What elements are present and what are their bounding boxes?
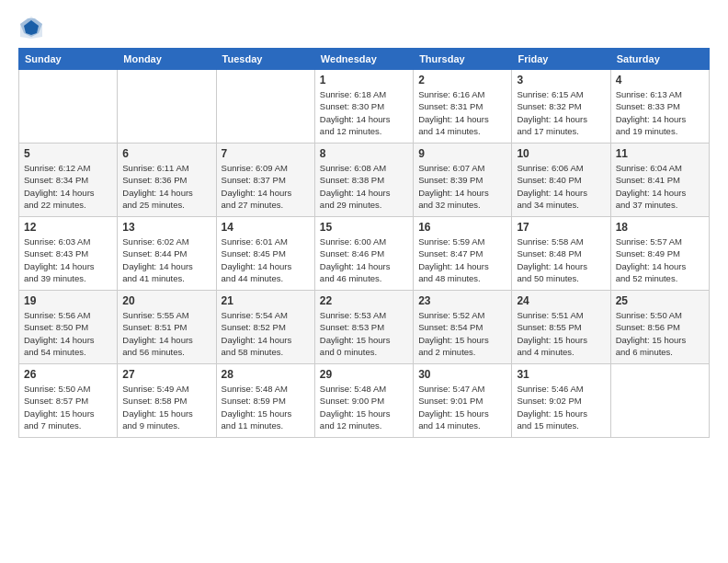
day-info: and 12 minutes.	[320, 419, 408, 431]
calendar-cell: 19Sunrise: 5:56 AMSunset: 8:50 PMDayligh…	[19, 291, 118, 364]
day-info: and 22 minutes.	[24, 199, 112, 211]
day-info: Sunset: 8:40 PM	[517, 174, 605, 186]
day-info: Sunset: 8:55 PM	[517, 321, 605, 333]
day-info: Sunset: 8:50 PM	[24, 321, 112, 333]
day-info: Sunset: 8:58 PM	[122, 395, 210, 407]
calendar-cell: 27Sunrise: 5:49 AMSunset: 8:58 PMDayligh…	[118, 364, 216, 438]
day-info: and 32 minutes.	[418, 199, 506, 211]
day-info: and 34 minutes.	[517, 199, 605, 211]
header-saturday: Saturday	[610, 49, 709, 70]
day-info: Sunset: 9:00 PM	[320, 395, 408, 407]
day-info: Sunrise: 6:15 AM	[517, 88, 605, 100]
day-info: Sunset: 9:02 PM	[517, 395, 605, 407]
calendar-cell: 8Sunrise: 6:08 AMSunset: 8:38 PMDaylight…	[314, 144, 413, 217]
day-info: Sunrise: 6:08 AM	[320, 162, 408, 174]
calendar-cell: 17Sunrise: 5:58 AMSunset: 8:48 PMDayligh…	[512, 217, 610, 291]
day-info: Daylight: 14 hours	[517, 113, 605, 125]
header-wednesday: Wednesday	[314, 49, 413, 70]
day-number: 20	[122, 294, 210, 307]
day-info: Sunrise: 5:57 AM	[616, 236, 704, 247]
day-info: and 29 minutes.	[320, 199, 408, 211]
day-number: 8	[320, 147, 408, 160]
header-friday: Friday	[512, 49, 610, 70]
day-info: Sunset: 8:37 PM	[222, 174, 310, 186]
day-number: 22	[320, 294, 408, 307]
day-info: Sunset: 8:34 PM	[24, 174, 112, 186]
day-info: Sunset: 8:43 PM	[24, 247, 112, 259]
day-info: Daylight: 15 hours	[517, 334, 605, 346]
day-number: 14	[222, 221, 310, 234]
calendar-cell	[216, 70, 314, 144]
calendar-cell: 12Sunrise: 6:03 AMSunset: 8:43 PMDayligh…	[19, 217, 118, 291]
calendar-cell: 7Sunrise: 6:09 AMSunset: 8:37 PMDaylight…	[216, 144, 314, 217]
day-info: Sunset: 8:54 PM	[418, 321, 506, 333]
day-info: Daylight: 14 hours	[616, 113, 704, 125]
day-info: Sunrise: 6:18 AM	[320, 88, 408, 100]
day-info: Sunrise: 5:59 AM	[418, 236, 506, 247]
calendar-cell: 28Sunrise: 5:48 AMSunset: 8:59 PMDayligh…	[216, 364, 314, 438]
day-info: Sunrise: 5:58 AM	[517, 236, 605, 247]
day-info: Daylight: 14 hours	[222, 334, 310, 346]
day-info: and 19 minutes.	[616, 125, 704, 137]
day-info: Daylight: 14 hours	[517, 187, 605, 199]
day-info: and 11 minutes.	[222, 419, 310, 431]
calendar-cell: 11Sunrise: 6:04 AMSunset: 8:41 PMDayligh…	[610, 144, 709, 217]
calendar-cell: 6Sunrise: 6:11 AMSunset: 8:36 PMDaylight…	[118, 144, 216, 217]
calendar-cell	[19, 70, 118, 144]
day-info: Sunrise: 6:11 AM	[122, 162, 210, 174]
day-info: and 46 minutes.	[320, 272, 408, 284]
day-info: Daylight: 15 hours	[24, 408, 112, 419]
day-info: Daylight: 15 hours	[616, 334, 704, 346]
day-info: and 9 minutes.	[122, 419, 210, 431]
day-info: and 2 minutes.	[418, 346, 506, 358]
day-info: Daylight: 14 hours	[616, 260, 704, 272]
day-info: Daylight: 14 hours	[517, 260, 605, 272]
day-info: and 7 minutes.	[24, 419, 112, 431]
calendar-cell: 1Sunrise: 6:18 AMSunset: 8:30 PMDaylight…	[314, 70, 413, 144]
day-info: and 37 minutes.	[616, 199, 704, 211]
day-info: Daylight: 14 hours	[222, 260, 310, 272]
calendar-week-1: 1Sunrise: 6:18 AMSunset: 8:30 PMDaylight…	[19, 70, 710, 144]
calendar-cell: 15Sunrise: 6:00 AMSunset: 8:46 PMDayligh…	[314, 217, 413, 291]
day-info: Sunrise: 5:46 AM	[517, 383, 605, 395]
calendar-cell: 22Sunrise: 5:53 AMSunset: 8:53 PMDayligh…	[314, 291, 413, 364]
day-number: 28	[222, 368, 310, 381]
day-info: Sunrise: 5:48 AM	[222, 383, 310, 395]
day-info: Daylight: 14 hours	[320, 260, 408, 272]
calendar-page: Sunday Monday Tuesday Wednesday Thursday…	[0, 0, 728, 563]
day-number: 12	[24, 221, 112, 234]
day-info: Daylight: 14 hours	[418, 260, 506, 272]
day-info: Sunset: 8:41 PM	[616, 174, 704, 186]
day-info: Sunrise: 6:16 AM	[418, 88, 506, 100]
header-sunday: Sunday	[19, 49, 118, 70]
calendar-cell: 25Sunrise: 5:50 AMSunset: 8:56 PMDayligh…	[610, 291, 709, 364]
calendar-week-3: 12Sunrise: 6:03 AMSunset: 8:43 PMDayligh…	[19, 217, 710, 291]
day-info: Sunrise: 6:09 AM	[222, 162, 310, 174]
day-info: Sunset: 8:45 PM	[222, 247, 310, 259]
day-number: 21	[222, 294, 310, 307]
day-info: Sunrise: 6:01 AM	[222, 236, 310, 247]
day-info: Daylight: 15 hours	[418, 408, 506, 419]
day-info: Daylight: 14 hours	[24, 334, 112, 346]
day-number: 27	[122, 368, 210, 381]
day-number: 31	[517, 368, 605, 381]
calendar-week-2: 5Sunrise: 6:12 AMSunset: 8:34 PMDaylight…	[19, 144, 710, 217]
calendar-cell: 4Sunrise: 6:13 AMSunset: 8:33 PMDaylight…	[610, 70, 709, 144]
day-info: and 15 minutes.	[517, 419, 605, 431]
day-info: Sunset: 8:30 PM	[320, 100, 408, 112]
day-info: Sunset: 9:01 PM	[418, 395, 506, 407]
day-info: and 14 minutes.	[418, 419, 506, 431]
day-info: Sunrise: 6:00 AM	[320, 236, 408, 247]
day-info: Daylight: 14 hours	[122, 260, 210, 272]
calendar-cell: 31Sunrise: 5:46 AMSunset: 9:02 PMDayligh…	[512, 364, 610, 438]
calendar-cell: 14Sunrise: 6:01 AMSunset: 8:45 PMDayligh…	[216, 217, 314, 291]
day-info: and 56 minutes.	[122, 346, 210, 358]
day-info: and 0 minutes.	[320, 346, 408, 358]
calendar-cell: 26Sunrise: 5:50 AMSunset: 8:57 PMDayligh…	[19, 364, 118, 438]
day-info: and 27 minutes.	[222, 199, 310, 211]
day-info: Sunset: 8:47 PM	[418, 247, 506, 259]
day-info: Sunrise: 5:50 AM	[616, 309, 704, 321]
day-info: Sunset: 8:56 PM	[616, 321, 704, 333]
day-info: Sunset: 8:52 PM	[222, 321, 310, 333]
day-info: Daylight: 14 hours	[418, 113, 506, 125]
